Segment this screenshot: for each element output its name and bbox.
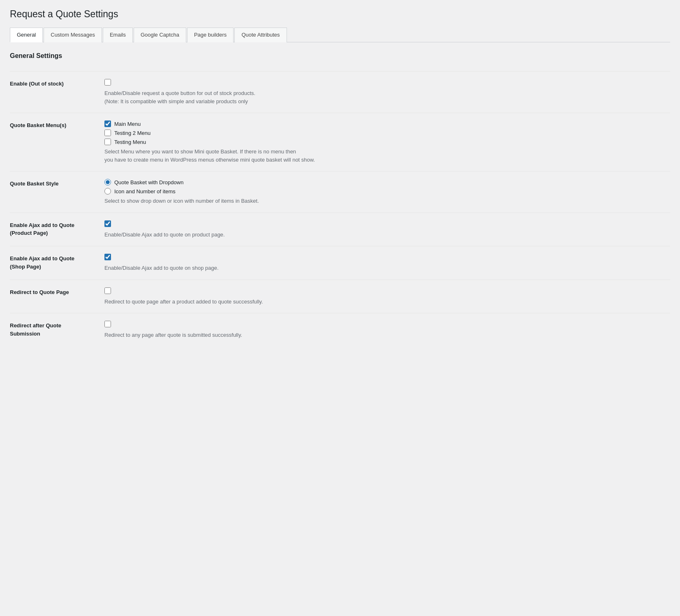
label-enable-out-of-stock: Enable (Out of stock) <box>10 72 100 113</box>
desc-redirect-after-submission: Redirect to any page after quote is subm… <box>104 331 666 339</box>
checkbox-item-testing-menu: Testing Menu <box>104 139 666 145</box>
control-enable-out-of-stock: Enable/Disable request a quote button fo… <box>100 72 670 113</box>
checkbox-testing-menu[interactable] <box>104 139 111 145</box>
label-redirect-quote-page: Redirect to Quote Page <box>10 280 100 313</box>
checkbox-redirect-after-submission[interactable] <box>104 321 111 327</box>
checkbox-main-menu[interactable] <box>104 120 111 127</box>
checkbox-testing-2-menu[interactable] <box>104 130 111 136</box>
label-quote-basket-menus: Quote Basket Menu(s) <box>10 113 100 171</box>
checkbox-ajax-shop[interactable] <box>104 254 111 260</box>
label-basket-icon: Icon and Number of items <box>114 188 176 195</box>
label-basket-dropdown: Quote Basket with Dropdown <box>114 179 183 185</box>
control-enable-ajax-product: Enable/Disable Ajax add to quote on prod… <box>100 213 670 246</box>
label-main-menu: Main Menu <box>114 121 141 127</box>
tab-page-builders[interactable]: Page builders <box>187 28 234 42</box>
row-quote-basket-style: Quote Basket Style Quote Basket with Dro… <box>10 171 670 213</box>
tab-custom-messages[interactable]: Custom Messages <box>44 28 102 42</box>
desc-quote-basket-menus: Select Menu where you want to show Mini … <box>104 148 666 164</box>
tab-general[interactable]: General <box>10 28 43 42</box>
control-enable-ajax-shop: Enable/Disable Ajax add to quote on shop… <box>100 246 670 280</box>
control-quote-basket-menus: Main Menu Testing 2 Menu Testing Menu Se… <box>100 113 670 171</box>
row-enable-out-of-stock: Enable (Out of stock) Enable/Disable req… <box>10 72 670 113</box>
desc-enable-out-of-stock: Enable/Disable request a quote button fo… <box>104 89 666 105</box>
tab-emails[interactable]: Emails <box>103 28 133 42</box>
settings-table: Enable (Out of stock) Enable/Disable req… <box>10 71 670 347</box>
section-title: General Settings <box>10 52 670 63</box>
checkbox-item-main-menu: Main Menu <box>104 120 666 127</box>
checkbox-enable-out-of-stock[interactable] <box>104 79 111 86</box>
page-title: Request a Quote Settings <box>10 8 670 21</box>
desc-quote-basket-style: Select to show drop down or icon with nu… <box>104 197 666 205</box>
desc-ajax-shop: Enable/Disable Ajax add to quote on shop… <box>104 264 666 272</box>
row-enable-ajax-product: Enable Ajax add to Quote(Product Page) E… <box>10 213 670 246</box>
label-enable-ajax-product: Enable Ajax add to Quote(Product Page) <box>10 213 100 246</box>
label-enable-ajax-shop: Enable Ajax add to Quote(Shop Page) <box>10 246 100 280</box>
row-quote-basket-menus: Quote Basket Menu(s) Main Menu Testing 2… <box>10 113 670 171</box>
control-redirect-quote-page: Redirect to quote page after a product a… <box>100 280 670 313</box>
control-quote-basket-style: Quote Basket with Dropdown Icon and Numb… <box>100 171 670 213</box>
desc-ajax-product: Enable/Disable Ajax add to quote on prod… <box>104 231 666 239</box>
control-redirect-after-submission: Redirect to any page after quote is subm… <box>100 313 670 347</box>
desc-redirect-quote-page: Redirect to quote page after a product a… <box>104 298 666 306</box>
row-enable-ajax-shop: Enable Ajax add to Quote(Shop Page) Enab… <box>10 246 670 280</box>
checkbox-item-testing-2-menu: Testing 2 Menu <box>104 130 666 136</box>
checkbox-redirect-quote-page[interactable] <box>104 287 111 294</box>
radio-basket-dropdown[interactable] <box>104 179 111 185</box>
label-quote-basket-style: Quote Basket Style <box>10 171 100 213</box>
checkbox-ajax-product[interactable] <box>104 220 111 227</box>
row-redirect-after-submission: Redirect after QuoteSubmission Redirect … <box>10 313 670 347</box>
tab-quote-attributes[interactable]: Quote Attributes <box>234 28 287 42</box>
label-testing-menu: Testing Menu <box>114 139 146 145</box>
label-testing-2-menu: Testing 2 Menu <box>114 130 150 136</box>
radio-basket-icon[interactable] <box>104 188 111 195</box>
radio-item-dropdown: Quote Basket with Dropdown <box>104 179 666 185</box>
radio-item-icon-number: Icon and Number of items <box>104 188 666 195</box>
tabs-container: General Custom Messages Emails Google Ca… <box>10 27 670 42</box>
label-redirect-after-submission: Redirect after QuoteSubmission <box>10 313 100 347</box>
row-redirect-quote-page: Redirect to Quote Page Redirect to quote… <box>10 280 670 313</box>
tab-google-captcha[interactable]: Google Captcha <box>134 28 186 42</box>
